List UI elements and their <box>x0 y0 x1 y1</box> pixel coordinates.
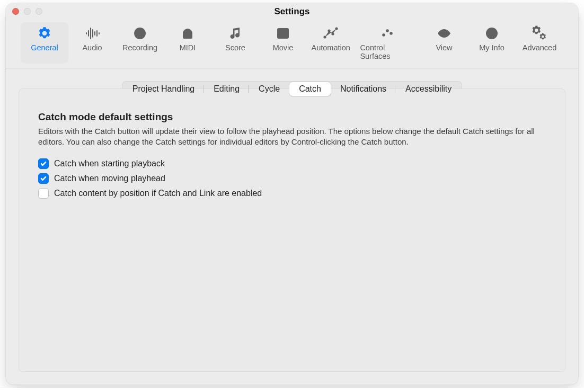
person-icon <box>484 25 500 41</box>
checkbox-label: Catch when starting playback <box>54 159 165 168</box>
toolbar-item-movie[interactable]: Movie <box>259 22 307 64</box>
sliders-icon <box>379 25 395 41</box>
toolbar-item-score[interactable]: Score <box>211 22 259 64</box>
content-area: Project HandlingEditingCycleCatchNotific… <box>6 68 578 385</box>
toolbar-item-automation[interactable]: Automation <box>307 22 355 64</box>
toolbar-item-audio[interactable]: Audio <box>68 22 116 64</box>
section-title: Catch mode default settings <box>38 111 546 123</box>
toolbar-item-label: Movie <box>273 43 294 52</box>
toolbar-item-label: View <box>436 43 452 52</box>
toolbar-item-label: MIDI <box>180 43 196 52</box>
toolbar-item-label: Automation <box>312 43 350 52</box>
automation-icon <box>323 25 339 41</box>
close-window-button[interactable] <box>12 8 19 15</box>
toolbar-item-recording[interactable]: Recording <box>116 22 164 64</box>
section-description: Editors with the Catch button will updat… <box>38 126 546 148</box>
checkbox-label: Catch when moving playhead <box>54 174 165 183</box>
notes-icon <box>227 25 243 41</box>
toolbar-item-advanced[interactable]: Advanced <box>516 22 563 64</box>
subtab-notifications[interactable]: Notifications <box>331 82 396 96</box>
catch-panel: Catch mode default settings Editors with… <box>19 88 565 372</box>
settings-toolbar: GeneralAudioRecordingMIDIScoreMovieAutom… <box>6 20 578 68</box>
toolbar-item-control-surfaces[interactable]: Control Surfaces <box>355 22 420 64</box>
checkbox-row-catch-moving-playhead: Catch when moving playhead <box>38 171 546 186</box>
toolbar-item-label: Recording <box>122 43 157 52</box>
checkbox-row-catch-content-by-pos: Catch content by position if Catch and L… <box>38 186 546 201</box>
checkbox-catch-start-playback[interactable] <box>38 158 49 169</box>
general-subtabs: Project HandlingEditingCycleCatchNotific… <box>122 81 462 97</box>
zoom-window-button[interactable] <box>36 8 42 15</box>
record-icon <box>132 25 148 41</box>
minimize-window-button[interactable] <box>24 8 31 15</box>
toolbar-item-general[interactable]: General <box>21 22 68 64</box>
subtab-accessibility[interactable]: Accessibility <box>396 82 461 96</box>
toolbar-item-label: My Info <box>479 43 505 52</box>
toolbar-item-label: Audio <box>82 43 102 52</box>
eye-icon <box>436 25 452 41</box>
checkbox-catch-moving-playhead[interactable] <box>38 173 49 184</box>
toolbar-item-my-info[interactable]: My Info <box>468 22 516 64</box>
checkbox-label: Catch content by position if Catch and L… <box>54 189 262 198</box>
toolbar-item-label: General <box>31 43 58 52</box>
toolbar-item-label: Score <box>225 43 245 52</box>
toolbar-item-view[interactable]: View <box>420 22 468 64</box>
checkbox-row-catch-start-playback: Catch when starting playback <box>38 156 546 171</box>
toolbar-item-midi[interactable]: MIDI <box>164 22 211 64</box>
toolbar-item-label: Control Surfaces <box>360 43 415 60</box>
window-title: Settings <box>274 6 309 17</box>
window-controls <box>12 8 42 15</box>
settings-window: Settings GeneralAudioRecordingMIDIScoreM… <box>6 3 578 385</box>
waveform-icon <box>84 25 100 41</box>
subtab-project-handling[interactable]: Project Handling <box>123 82 204 96</box>
film-icon <box>275 25 291 41</box>
gears-icon <box>532 25 547 41</box>
gear-icon <box>37 25 52 41</box>
subtab-catch[interactable]: Catch <box>289 82 331 96</box>
titlebar: Settings <box>6 3 578 20</box>
toolbar-item-label: Advanced <box>523 43 557 52</box>
checkbox-catch-content-by-pos[interactable] <box>38 188 49 199</box>
subtab-editing[interactable]: Editing <box>204 82 249 96</box>
checkbox-list: Catch when starting playbackCatch when m… <box>38 156 546 201</box>
midi-icon <box>180 25 196 41</box>
subtab-cycle[interactable]: Cycle <box>249 82 289 96</box>
